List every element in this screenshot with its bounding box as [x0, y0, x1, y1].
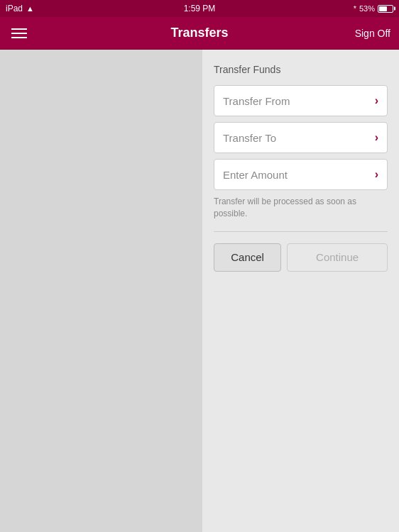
hamburger-icon: [11, 28, 27, 30]
cancel-button[interactable]: Cancel: [214, 243, 281, 272]
transfer-to-label: Transfer To: [223, 132, 276, 144]
left-panel: [0, 50, 202, 532]
divider: [214, 231, 388, 232]
wifi-icon: ▲: [26, 4, 34, 13]
status-right: * 53%: [354, 4, 393, 13]
info-text: Transfer will be processed as soon as po…: [214, 196, 388, 220]
sign-off-button[interactable]: Sign Off: [355, 28, 390, 39]
status-time: 1:59 PM: [184, 4, 216, 13]
transfer-to-field[interactable]: Transfer To ›: [214, 122, 388, 153]
enter-amount-field[interactable]: Enter Amount ›: [214, 159, 388, 190]
button-row: Cancel Continue: [214, 243, 388, 272]
transfer-from-field[interactable]: Transfer From ›: [214, 85, 388, 116]
page-title: Transfers: [170, 26, 228, 40]
continue-button[interactable]: Continue: [287, 243, 388, 272]
right-panel: Transfer Funds Transfer From › Transfer …: [202, 50, 399, 532]
hamburger-icon: [11, 33, 27, 34]
status-left: iPad ▲: [6, 4, 34, 13]
status-bar: iPad ▲ 1:59 PM * 53%: [0, 0, 399, 17]
chevron-right-icon: ›: [375, 131, 378, 144]
hamburger-icon: [11, 37, 27, 38]
bluetooth-icon: *: [354, 4, 356, 13]
battery-percent: 53%: [359, 4, 375, 13]
main-layout: Transfer Funds Transfer From › Transfer …: [0, 50, 399, 532]
section-title: Transfer Funds: [214, 64, 388, 75]
transfer-from-label: Transfer From: [223, 95, 290, 107]
battery-icon: [378, 5, 393, 13]
chevron-right-icon: ›: [375, 94, 378, 107]
menu-button[interactable]: [9, 26, 30, 41]
nav-bar: Transfers Sign Off: [0, 17, 399, 50]
enter-amount-label: Enter Amount: [223, 169, 288, 181]
device-label: iPad: [6, 4, 23, 13]
chevron-right-icon: ›: [375, 168, 378, 181]
